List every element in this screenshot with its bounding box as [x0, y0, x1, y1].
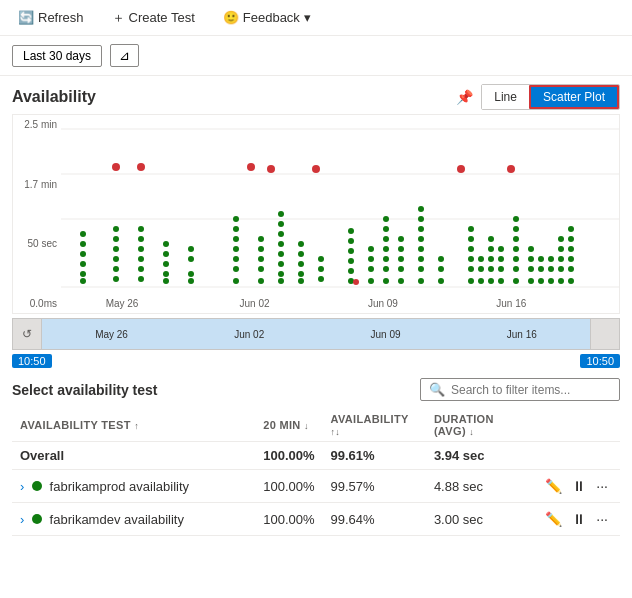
line-view-button[interactable]: Line [482, 85, 529, 109]
row2-duration: 3.00 sec [426, 503, 533, 536]
svg-point-118 [513, 278, 519, 284]
svg-point-22 [138, 236, 144, 242]
x-axis-labels: May 26 Jun 02 Jun 09 Jun 16 [61, 293, 619, 313]
svg-point-101 [468, 256, 474, 262]
svg-point-88 [418, 266, 424, 272]
scrubber-labels: May 26 Jun 02 Jun 09 Jun 16 [42, 319, 590, 349]
svg-point-50 [278, 241, 284, 247]
svg-point-139 [558, 236, 564, 242]
svg-point-24 [163, 271, 169, 277]
svg-point-115 [498, 256, 504, 262]
svg-point-73 [368, 256, 374, 262]
edit-button-row2[interactable]: ✏️ [541, 509, 566, 529]
expand-button-row2[interactable]: › [20, 512, 24, 527]
svg-point-16 [113, 226, 119, 232]
svg-point-145 [568, 226, 574, 232]
more-button-row2[interactable]: ··· [592, 509, 612, 529]
svg-point-135 [558, 278, 564, 284]
svg-point-52 [278, 221, 284, 227]
svg-point-48 [278, 261, 284, 267]
svg-point-123 [513, 226, 519, 232]
scrubber-right-handle[interactable] [590, 318, 620, 350]
svg-point-109 [488, 266, 494, 272]
svg-point-97 [438, 256, 444, 262]
svg-point-70 [353, 279, 359, 285]
pause-button-row2[interactable]: ⏸ [568, 509, 590, 529]
search-box[interactable]: 🔍 [420, 378, 620, 401]
svg-point-25 [163, 261, 169, 267]
scatter-plot-button[interactable]: Scatter Plot [529, 85, 619, 109]
svg-point-17 [113, 236, 119, 242]
svg-point-45 [258, 236, 264, 242]
sort-arrow-test: ↑ [134, 421, 139, 431]
pin-icon[interactable]: 📌 [456, 89, 473, 105]
sort-arrow-20min: ↓ [304, 421, 309, 431]
svg-point-28 [163, 241, 169, 247]
svg-point-54 [278, 278, 284, 284]
select-availability-section: Select availability test 🔍 AVAILABILITY … [12, 370, 620, 536]
row2-name-text: fabrikamdev availability [50, 512, 184, 527]
edit-button-row1[interactable]: ✏️ [541, 476, 566, 496]
col-header-20min[interactable]: 20 MIN ↓ [255, 409, 322, 442]
svg-point-13 [113, 256, 119, 262]
scatter-plot-svg [61, 119, 619, 293]
scrubber-label-may26: May 26 [95, 329, 128, 340]
svg-point-67 [348, 248, 354, 254]
svg-point-56 [298, 261, 304, 267]
row2-actions: ✏️ ⏸ ··· [533, 503, 620, 536]
y-label-top: 2.5 min [13, 119, 57, 130]
svg-point-4 [80, 271, 86, 277]
select-title: Select availability test [12, 382, 158, 398]
time-badges: 10:50 10:50 [12, 352, 620, 370]
col-header-test[interactable]: AVAILABILITY TEST ↑ [12, 409, 255, 442]
pause-button-row1[interactable]: ⏸ [568, 476, 590, 496]
svg-point-81 [383, 216, 389, 222]
svg-point-80 [383, 226, 389, 232]
refresh-button[interactable]: 🔄 Refresh [12, 6, 90, 29]
filterbar: Last 30 days ⊿ [0, 36, 632, 76]
svg-point-103 [468, 236, 474, 242]
svg-point-119 [513, 266, 519, 272]
overall-name: Overall [12, 442, 255, 470]
scrubber-label-jun02: Jun 02 [234, 329, 264, 340]
svg-point-68 [348, 238, 354, 244]
search-input[interactable] [451, 383, 611, 397]
y-label-3: 50 sec [13, 238, 57, 249]
svg-point-18 [138, 246, 144, 252]
svg-point-38 [233, 236, 239, 242]
sort-arrow-avail: ↑↓ [331, 427, 341, 437]
expand-button-row1[interactable]: › [20, 479, 24, 494]
svg-point-85 [398, 246, 404, 252]
filter-button[interactable]: ⊿ [110, 44, 139, 67]
x-label-may26: May 26 [106, 298, 139, 309]
overall-availability: 99.61% [323, 442, 426, 470]
svg-point-128 [528, 246, 534, 252]
svg-point-53 [278, 211, 284, 217]
svg-point-98 [457, 165, 465, 173]
create-test-button[interactable]: ＋ Create Test [106, 5, 201, 31]
svg-point-89 [418, 256, 424, 262]
svg-point-30 [188, 256, 194, 262]
more-button-row1[interactable]: ··· [592, 476, 612, 496]
plus-icon: ＋ [112, 9, 125, 27]
y-label-bottom: 0.0ms [13, 298, 57, 309]
scrubber-left-handle[interactable]: ↺ [12, 318, 42, 350]
svg-point-14 [113, 266, 119, 272]
svg-point-39 [233, 226, 239, 232]
svg-point-15 [113, 276, 119, 282]
scrubber-label-jun09: Jun 09 [370, 329, 400, 340]
row1-duration: 4.88 sec [426, 470, 533, 503]
svg-point-137 [558, 256, 564, 262]
svg-point-31 [188, 246, 194, 252]
date-range-filter[interactable]: Last 30 days [12, 45, 102, 67]
col-header-availability[interactable]: AVAILABILITY ↑↓ [323, 409, 426, 442]
scrubber-left-icon: ↺ [22, 327, 32, 341]
svg-point-76 [383, 266, 389, 272]
feedback-button[interactable]: 🙂 Feedback ▾ [217, 6, 317, 29]
svg-point-87 [418, 278, 424, 284]
svg-point-12 [113, 246, 119, 252]
scrubber-track[interactable]: May 26 Jun 02 Jun 09 Jun 16 [42, 318, 590, 350]
svg-point-63 [318, 256, 324, 262]
col-header-duration[interactable]: DURATION (AVG) ↓ [426, 409, 533, 442]
svg-point-44 [258, 278, 264, 284]
